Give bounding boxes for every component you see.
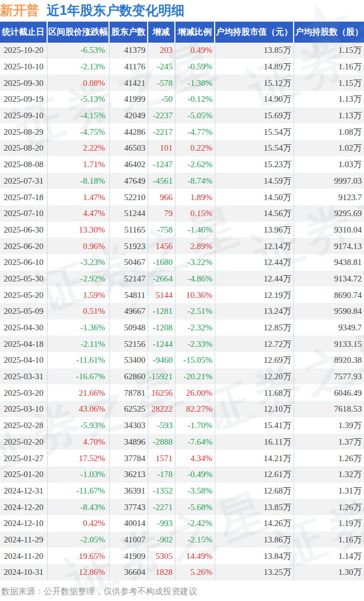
table-row: 2025-08-29-4.75%44286-2217-4.77%15.54万1.… — [0, 124, 364, 140]
header-avg-holding-value: 户均持股市值（元） — [215, 22, 294, 43]
cell-avg-holding-value: 12.72万 — [215, 336, 294, 352]
cell-avg-holding-value: 12.20万 — [215, 369, 294, 385]
table-row: 2025-04-30-1.36%50948-1208-2.32%12.85万93… — [0, 320, 364, 337]
cell-holder-delta-pct: 5.26% — [175, 565, 215, 581]
cell-price-change-pct: -16.67% — [48, 369, 110, 385]
cell-price-change-pct: 0.96% — [48, 238, 110, 254]
cell-avg-holding-value: 13.85万 — [215, 499, 294, 515]
cell-price-change-pct: -1.36% — [48, 320, 110, 336]
cell-avg-shares: 1.03万 — [294, 157, 364, 173]
cell-avg-shares: 9349.7 — [294, 320, 364, 336]
cell-avg-holding-value: 15.54万 — [215, 140, 294, 156]
cell-holder-count: 49667 — [110, 304, 148, 320]
cell-date: 2025-05-09 — [0, 304, 48, 320]
table-row: 2025-05-090.51%49667-1281-2.51%13.24万959… — [0, 304, 364, 320]
cell-holder-count: 62525 — [110, 401, 148, 417]
cell-avg-shares: 1.13万 — [294, 92, 364, 107]
cell-holder-delta: -2237 — [148, 108, 175, 124]
cell-holder-delta-pct: -4.77% — [175, 124, 215, 140]
cell-holder-delta-pct: -2.62% — [175, 157, 215, 173]
table-header-row: 统计截止日 区间股价涨跌幅 股东户数 增减 增减比例 户均持股市值（元） 户均持… — [0, 22, 364, 43]
cell-price-change-pct: -2.92% — [48, 271, 110, 287]
cell-avg-shares: 1.02万 — [294, 140, 364, 156]
cell-holder-delta: -578 — [148, 75, 175, 91]
table-row: 2025-06-3013.30%51165-758-1.46%13.96万931… — [0, 222, 364, 239]
cell-holder-delta: -15921 — [148, 369, 175, 385]
table-row: 2024-12-100.42%40014-993-2.42%14.26万1.19… — [0, 516, 364, 532]
cell-holder-delta-pct: -2.51% — [175, 304, 215, 320]
table-row: 2025-08-081.71%46402-1247-2.62%15.23万1.0… — [0, 157, 364, 173]
table-row: 2025-02-28-5.93%34303-593-1.70%15.41万1.3… — [0, 418, 364, 434]
cell-holder-count: 41007 — [110, 532, 148, 548]
cell-holder-count: 36391 — [110, 483, 148, 499]
cell-holder-count: 41379 — [110, 43, 148, 59]
cell-date: 2024-11-29 — [0, 532, 48, 548]
cell-holder-delta: 101 — [148, 140, 175, 156]
cell-holder-count: 40014 — [110, 516, 148, 532]
cell-holder-delta-pct: -7.64% — [175, 434, 215, 450]
table-row: 2025-01-2717.52%3778415714.34%14.21万1.26… — [0, 450, 364, 467]
cell-date: 2025-08-20 — [0, 140, 48, 156]
cell-holder-delta: 203 — [148, 43, 175, 59]
cell-holder-delta: 79 — [148, 206, 175, 222]
cell-avg-holding-value: 12.61万 — [215, 467, 294, 483]
cell-holder-count: 47649 — [110, 173, 148, 189]
cell-holder-delta-pct: 14.49% — [175, 548, 215, 564]
table-body: 2025-10-20-6.53%413792030.49%13.85万1.15万… — [0, 43, 364, 581]
table-row: 2025-09-10-4.15%42049-2237-5.05%15.69万1.… — [0, 108, 364, 125]
cell-avg-holding-value: 13.25万 — [215, 565, 294, 581]
cell-holder-count: 41421 — [110, 75, 148, 91]
cell-date: 2025-03-31 — [0, 369, 48, 385]
cell-holder-delta: 1828 — [148, 565, 175, 581]
cell-date: 2025-01-20 — [0, 467, 48, 483]
cell-avg-shares: 1.37万 — [294, 434, 364, 450]
cell-holder-delta: -50 — [148, 92, 175, 107]
cell-avg-holding-value: 13.86万 — [215, 532, 294, 548]
cell-date: 2025-07-31 — [0, 173, 48, 189]
cell-avg-holding-value: 12.68万 — [215, 483, 294, 499]
cell-price-change-pct: -11.61% — [48, 353, 110, 368]
cell-holder-count: 44286 — [110, 124, 148, 140]
cell-price-change-pct: 0.51% — [48, 304, 110, 320]
cell-holder-delta: -758 — [148, 222, 175, 238]
cell-avg-holding-value: 14.89万 — [215, 59, 294, 75]
cell-avg-shares: 9133.15 — [294, 336, 364, 352]
cell-date: 2025-03-10 — [0, 401, 48, 417]
cell-holder-count: 34303 — [110, 418, 148, 434]
cell-avg-holding-value: 13.84万 — [215, 548, 294, 564]
cell-holder-delta: -1680 — [148, 255, 175, 271]
cell-holder-delta: -1244 — [148, 336, 175, 352]
table-row: 2025-09-300.08%41421-578-1.38%15.12万1.15… — [0, 75, 364, 92]
cell-date: 2025-08-08 — [0, 157, 48, 173]
cell-holder-count: 52156 — [110, 336, 148, 352]
table-row: 2025-01-20-1.03%36213-178-0.49%12.61万1.3… — [0, 467, 364, 483]
cell-holder-count: 41999 — [110, 92, 148, 107]
cell-holder-count: 37743 — [110, 499, 148, 515]
cell-avg-holding-value: 13.24万 — [215, 304, 294, 320]
table-row: 2025-03-1043.06%625252822282.27%12.10万76… — [0, 401, 364, 418]
cell-price-change-pct: 21.66% — [48, 385, 110, 401]
cell-date: 2025-05-30 — [0, 271, 48, 287]
table-row: 2025-02-204.70%34896-2888-7.64%16.11万1.3… — [0, 434, 364, 451]
cell-holder-delta-pct: -1.46% — [175, 222, 215, 238]
cell-holder-delta-pct: -0.49% — [175, 467, 215, 483]
cell-price-change-pct: 19.65% — [48, 548, 110, 564]
cell-holder-delta: -1247 — [148, 157, 175, 173]
cell-date: 2025-07-10 — [0, 206, 48, 222]
cell-holder-delta-pct: -5.05% — [175, 108, 215, 124]
cell-date: 2025-02-20 — [0, 434, 48, 450]
cell-holder-delta: 28222 — [148, 401, 175, 417]
cell-holder-count: 41909 — [110, 548, 148, 564]
table-row: 2025-09-19-5.13%41999-50-0.12%14.90万1.13… — [0, 92, 364, 108]
cell-avg-shares: 9134.72 — [294, 271, 364, 287]
cell-date: 2025-02-28 — [0, 418, 48, 434]
cell-price-change-pct: 43.06% — [48, 401, 110, 417]
cell-holder-count: 34896 — [110, 434, 148, 450]
cell-price-change-pct: 2.22% — [48, 140, 110, 156]
table-row: 2025-05-201.59%54811514410.36%12.19万8690… — [0, 287, 364, 304]
table-row: 2025-06-200.96%5192314562.89%12.14万9174.… — [0, 238, 364, 255]
cell-holder-delta: -1352 — [148, 483, 175, 499]
cell-holder-delta: -178 — [148, 467, 175, 483]
cell-holder-count: 51165 — [110, 222, 148, 238]
cell-holder-delta-pct: 0.15% — [175, 206, 215, 222]
